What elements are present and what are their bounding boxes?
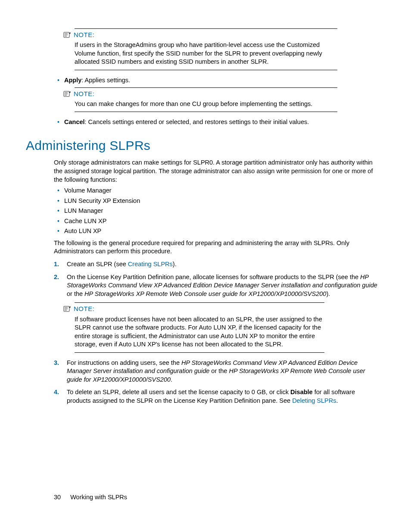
cancel-desc: : Cancels settings entered or selected, … [85,118,309,125]
procedure-steps: Create an SLPR (see Creating SLPRs). On … [54,260,379,298]
note-heading: NOTE: [63,305,324,313]
step-text: For instructions on adding users, see th… [67,359,181,366]
note-icon [63,306,71,312]
step-text: or the [67,290,84,297]
note-rule-bottom [75,70,337,70]
list-item: LUN Security XP Extension [54,197,379,205]
step-note-wrapper: NOTE: If software product licenses have … [67,302,379,353]
note-block-3: NOTE: If software product licenses have … [75,302,324,353]
functions-list: Volume Manager LUN Security XP Extension… [54,187,379,236]
page-footer: 30 Working with SLPRs [54,493,127,502]
note-label: NOTE: [74,31,94,39]
action-list-apply: Apply: Applies settings. [54,76,379,85]
apply-item: Apply: Applies settings. [54,76,379,85]
step-2: On the License Key Partition Definition … [54,273,379,299]
action-list-cancel: Cancel: Cancels settings entered or sele… [54,118,379,127]
note-body-text: You can make changes for more than one C… [75,100,337,109]
note-heading: NOTE: [63,31,337,39]
note-rule-top [75,28,337,29]
note-label: NOTE: [74,90,94,98]
list-item: Auto LUN XP [54,227,379,236]
note-icon [63,91,71,97]
step-4: To delete an SLPR, delete all users and … [54,388,379,405]
link-deleting-slprs[interactable]: Deleting SLPRs [292,397,336,404]
disable-label: Disable [290,389,313,395]
step-text: . [171,376,172,383]
main-content: NOTE: If users in the StorageAdmins grou… [54,28,379,405]
footer-section: Working with SLPRs [70,493,127,502]
procedure-steps-cont: For instructions on adding users, see th… [54,359,379,405]
step-text: . [336,397,338,404]
note-rule-bottom [75,112,337,112]
note-body-text: If users in the StorageAdmins group who … [75,41,337,66]
document-page: NOTE: If users in the StorageAdmins grou… [0,0,411,532]
list-item: LUN Manager [54,207,379,215]
step-text: ). [173,261,177,268]
note-rule-top [75,87,337,88]
page-number: 30 [54,493,61,502]
doc-title-italic: HP StorageWorks XP Remote Web Console us… [84,290,326,297]
note-block-1: NOTE: If users in the StorageAdmins grou… [75,28,337,70]
link-creating-slprs[interactable]: Creating SLPRs [128,261,173,268]
intro-paragraph: Only storage administrators can make set… [54,159,379,184]
step-text: Create an SLPR (see [67,261,128,268]
step-1: Create an SLPR (see Creating SLPRs). [54,260,379,269]
step-text: On the License Key Partition Definition … [67,274,360,280]
step-3: For instructions on adding users, see th… [54,359,379,384]
apply-label: Apply [64,77,81,84]
cancel-label: Cancel [64,118,85,125]
procedure-paragraph: The following is the general procedure r… [54,239,379,256]
note-icon [63,32,71,38]
apply-desc: : Applies settings. [81,77,130,84]
note-rule-top [75,302,324,303]
note-label: NOTE: [74,305,94,313]
note-body-text: If software product licenses have not be… [75,315,324,349]
note-block-2: NOTE: You can make changes for more than… [75,87,337,112]
step-text: or the [209,367,229,374]
note-rule-bottom [75,352,324,353]
heading-administering-slprs: Administering SLPRs [26,137,379,155]
step-text: ). [326,290,330,297]
list-item: Volume Manager [54,187,379,195]
cancel-item: Cancel: Cancels settings entered or sele… [54,118,379,127]
step-text: To delete an SLPR, delete all users and … [67,389,290,395]
list-item: Cache LUN XP [54,217,379,226]
note-heading: NOTE: [63,90,337,98]
